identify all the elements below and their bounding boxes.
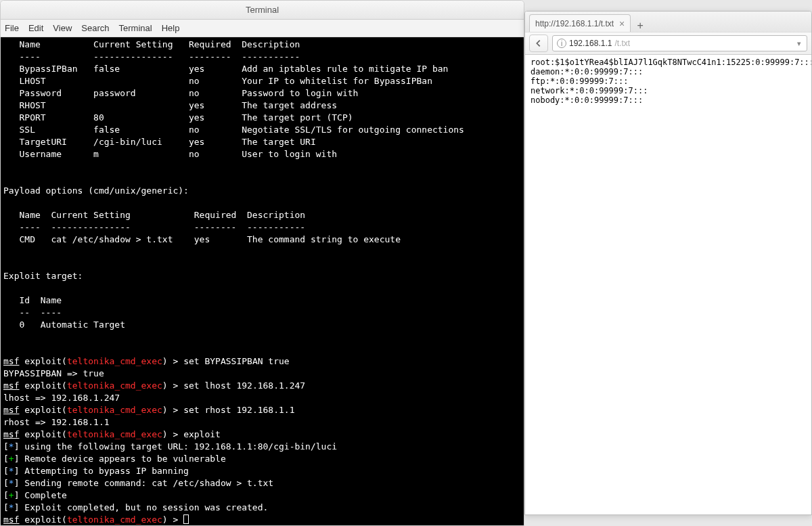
terminal-title: Terminal: [246, 5, 279, 15]
menu-file[interactable]: File: [5, 23, 19, 33]
dropdown-icon[interactable]: ▾: [796, 39, 803, 48]
browser-tabstrip: http://192.168.1.1/t.txt × +: [525, 12, 811, 32]
new-tab-button[interactable]: +: [631, 20, 650, 32]
terminal-menubar: File Edit View Search Terminal Help: [1, 20, 524, 37]
menu-edit[interactable]: Edit: [28, 23, 43, 33]
url-input[interactable]: i 192.168.1.1/t.txt ▾: [552, 35, 807, 51]
menu-view[interactable]: View: [53, 23, 72, 33]
url-path: /t.txt: [614, 39, 630, 48]
terminal-titlebar: Terminal: [1, 1, 524, 20]
browser-tab[interactable]: http://192.168.1.1/t.txt ×: [529, 14, 631, 32]
terminal-window: Terminal File Edit View Search Terminal …: [0, 0, 524, 526]
browser-content: root:$1$o1tYRea4$blIAJ7l1GqkT8NTwcC41n1:…: [525, 55, 811, 108]
terminal-body[interactable]: Name Current Setting Required Descriptio…: [1, 37, 524, 525]
browser-addressbar: i 192.168.1.1/t.txt ▾: [525, 32, 811, 55]
url-host: 192.168.1.1: [569, 39, 612, 48]
menu-search[interactable]: Search: [81, 23, 109, 33]
back-button[interactable]: [529, 35, 548, 52]
menu-help[interactable]: Help: [162, 23, 180, 33]
arrow-left-icon: [534, 39, 543, 48]
info-icon[interactable]: i: [557, 39, 566, 48]
tab-title: http://192.168.1.1/t.txt: [535, 19, 614, 28]
browser-window: http://192.168.1.1/t.txt × + i 192.168.1…: [524, 11, 812, 515]
tab-close-icon[interactable]: ×: [619, 18, 625, 29]
menu-terminal[interactable]: Terminal: [119, 23, 152, 33]
